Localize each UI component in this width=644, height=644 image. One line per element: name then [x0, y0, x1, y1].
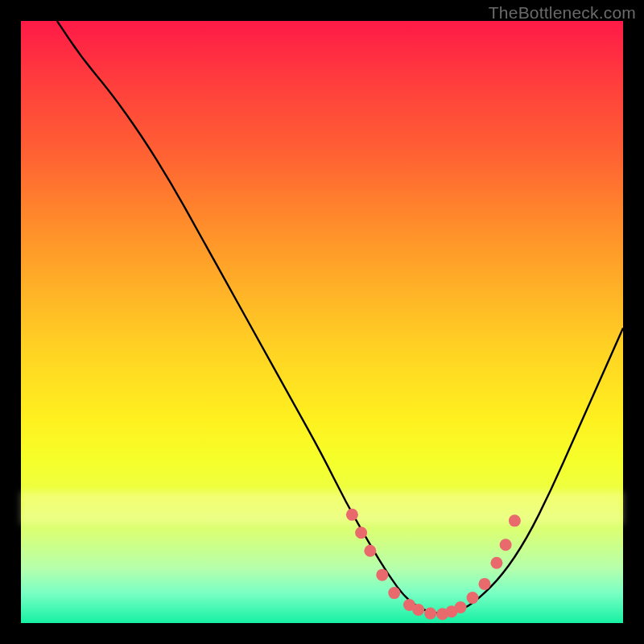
data-point — [509, 514, 521, 526]
curve-markers — [346, 509, 521, 620]
data-point — [467, 592, 479, 604]
data-point — [500, 539, 512, 551]
data-point — [412, 604, 424, 616]
data-point — [455, 601, 467, 613]
data-point — [346, 509, 358, 521]
data-point — [424, 608, 436, 620]
data-point — [478, 578, 490, 590]
data-point — [388, 587, 400, 599]
watermark-text: TheBottleneck.com — [489, 3, 636, 23]
data-point — [355, 526, 367, 539]
data-point — [364, 545, 376, 557]
data-point — [490, 557, 502, 569]
bottleneck-chart — [21, 21, 623, 623]
data-point — [376, 569, 388, 581]
curve-line — [57, 21, 623, 613]
